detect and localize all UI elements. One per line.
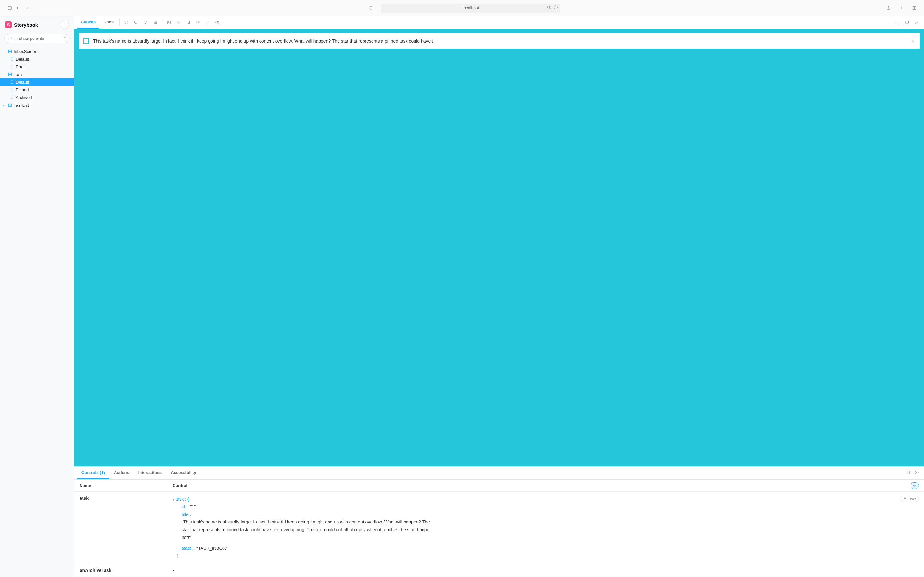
svg-point-35 [168, 21, 169, 22]
canvas-toolbar: Canvas Docs [74, 16, 924, 29]
task-checkbox[interactable] [83, 39, 89, 44]
caret-down-icon: ▾ [3, 50, 6, 53]
chevron-down-icon[interactable]: ▼ [16, 6, 19, 10]
back-button[interactable] [23, 3, 32, 13]
svg-rect-8 [915, 6, 916, 8]
address-bar[interactable]: localhost [381, 3, 561, 13]
svg-rect-36 [177, 21, 178, 22]
new-tab-icon[interactable] [897, 3, 906, 13]
zoom-in-icon[interactable] [131, 16, 141, 29]
task-title-text: This task's name is absurdly large. In f… [93, 39, 906, 44]
forward-button[interactable] [36, 3, 45, 13]
url-text: localhost [463, 5, 479, 10]
tree-component-task[interactable]: ▾ Task [0, 71, 74, 78]
outline-icon[interactable] [203, 16, 212, 29]
component-icon [8, 103, 12, 107]
svg-rect-20 [10, 75, 11, 76]
tabs-grid-icon[interactable] [910, 3, 919, 13]
svg-rect-10 [915, 8, 916, 9]
svg-rect-24 [10, 105, 11, 107]
remount-icon[interactable] [121, 16, 131, 29]
svg-rect-22 [10, 103, 11, 105]
translate-icon[interactable] [547, 5, 551, 11]
svg-rect-13 [8, 50, 10, 51]
svg-rect-21 [8, 103, 10, 105]
svg-rect-16 [10, 52, 11, 53]
tab-interactions[interactable]: Interactions [134, 467, 166, 479]
share-icon[interactable] [884, 3, 893, 13]
svg-point-11 [9, 37, 11, 39]
column-header-name: Name [79, 483, 173, 488]
control-row-onarchivetask: onArchiveTask - [74, 564, 924, 577]
viewport-icon[interactable] [184, 16, 193, 29]
fullscreen-icon[interactable] [893, 16, 902, 29]
tree-story-task-default[interactable]: Default [0, 78, 74, 86]
browser-chrome: ▼ localhost [0, 0, 924, 16]
svg-rect-39 [179, 23, 180, 24]
svg-rect-17 [8, 73, 10, 74]
a11y-vision-icon[interactable] [212, 16, 222, 29]
svg-line-33 [156, 23, 157, 24]
search-input-wrap[interactable]: / [5, 34, 69, 43]
sidebar-toggle-icon[interactable] [5, 3, 14, 13]
tab-controls[interactable]: Controls (1) [77, 467, 110, 479]
tree-story-task-archived[interactable]: Archived [0, 93, 74, 101]
svg-rect-42 [196, 22, 200, 23]
search-input[interactable] [15, 36, 63, 41]
close-panel-icon[interactable] [914, 470, 919, 476]
tree-component-inboxscreen[interactable]: ▾ InboxScreen [0, 47, 74, 55]
raw-toggle-button[interactable]: RAW [900, 496, 919, 502]
shield-icon[interactable] [366, 3, 375, 13]
object-editor[interactable]: ▾task : { id : "1" title : "This task's … [173, 496, 919, 560]
search-shortcut: / [63, 36, 66, 41]
tab-canvas[interactable]: Canvas [77, 16, 99, 29]
tree-story-task-pinned[interactable]: Pinned [0, 86, 74, 93]
svg-rect-15 [8, 52, 10, 53]
app-title: Storybook [14, 22, 38, 27]
tab-accessibility[interactable]: Accessibility [166, 467, 201, 479]
grid-icon[interactable] [174, 16, 184, 29]
caret-down-icon: ▾ [3, 73, 6, 76]
task-item: This task's name is absurdly large. In f… [79, 33, 919, 49]
sidebar-menu-button[interactable]: ⋯ [61, 21, 69, 29]
main-panel: Canvas Docs This task's n [74, 16, 924, 577]
svg-rect-46 [206, 21, 209, 24]
star-icon[interactable]: ★ [911, 38, 915, 44]
tab-docs[interactable]: Docs [99, 16, 118, 29]
bookmark-icon [10, 95, 14, 100]
search-icon [8, 36, 13, 41]
tree-component-tasklist[interactable]: ▸ TaskList [0, 101, 74, 109]
svg-rect-19 [8, 75, 10, 76]
tree-story-inbox-error[interactable]: Error [0, 63, 74, 71]
copy-link-icon[interactable] [912, 16, 921, 29]
measure-icon[interactable] [193, 16, 203, 29]
reset-controls-button[interactable] [911, 482, 919, 489]
svg-rect-9 [913, 8, 914, 9]
svg-rect-51 [907, 471, 911, 474]
panel-position-icon[interactable] [907, 470, 911, 476]
svg-line-12 [11, 39, 12, 40]
background-icon[interactable] [164, 16, 174, 29]
reload-icon[interactable] [553, 5, 558, 11]
column-header-control: Control [173, 483, 919, 488]
tree-story-inbox-default[interactable]: Default [0, 55, 74, 63]
controls-table: Name Control task RAW ▾task : { [74, 480, 924, 577]
component-icon [8, 49, 12, 53]
zoom-reset-icon[interactable] [150, 16, 160, 29]
svg-rect-7 [913, 6, 914, 8]
svg-rect-14 [10, 50, 11, 51]
bookmark-icon [10, 64, 14, 69]
svg-point-32 [153, 21, 156, 23]
storybook-logo: S [5, 21, 11, 28]
svg-line-31 [147, 23, 148, 24]
zoom-out-icon[interactable] [141, 16, 150, 29]
open-new-tab-icon[interactable] [902, 16, 912, 29]
svg-rect-37 [179, 21, 180, 22]
svg-rect-18 [10, 73, 11, 74]
component-icon [8, 72, 12, 77]
tab-actions[interactable]: Actions [110, 467, 134, 479]
canvas-preview: This task's name is absurdly large. In f… [74, 29, 924, 466]
caret-right-icon: ▸ [3, 103, 6, 107]
addons-panel: Controls (1) Actions Interactions Access… [74, 466, 924, 577]
svg-rect-23 [8, 105, 10, 107]
